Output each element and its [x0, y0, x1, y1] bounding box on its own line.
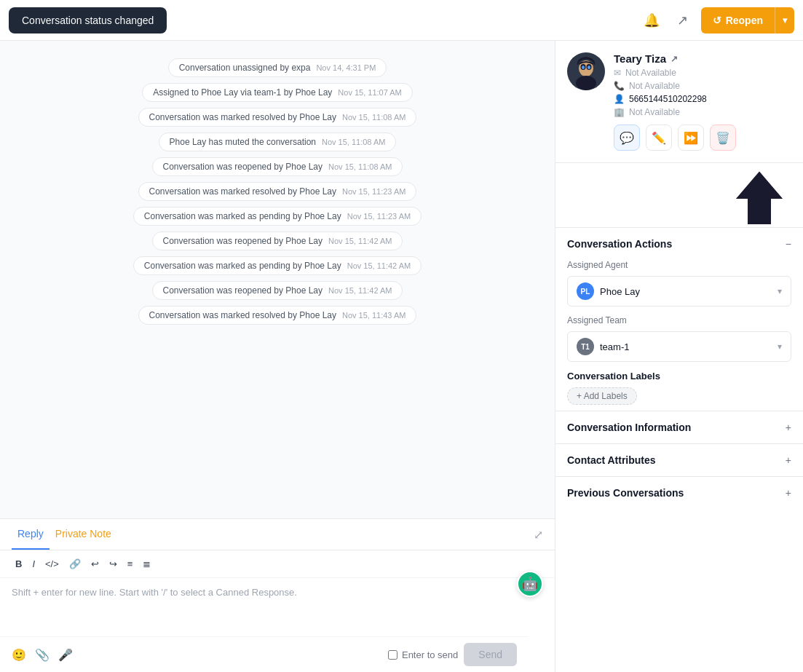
activity-item: Phoe Lay has muted the conversation Nov … [15, 133, 540, 151]
activity-text: Conversation was reopened by Phoe Lay [163, 285, 323, 296]
contact-email: ✉ Not Available [614, 68, 791, 78]
footer-left: 🙂 📎 🎤 [12, 648, 73, 662]
contact-info: Teary Tiza ↗ ✉ Not Available 📞 Not Avail… [614, 52, 791, 151]
activity-timestamp: Nov 15, 11:42 AM [328, 286, 392, 295]
share-icon[interactable]: ↗ [673, 8, 692, 33]
activity-item: Conversation unassigned by expa Nov 14, … [15, 58, 540, 77]
previous-conversations-title: Previous Conversations [567, 487, 684, 499]
conversation-actions-section: Conversation Actions − Assigned Agent PL… [555, 227, 803, 405]
bold-button[interactable]: B [12, 556, 25, 572]
activity-item: Conversation was marked as pending by Ph… [15, 207, 540, 226]
activity-bubble: Conversation was marked as pending by Ph… [133, 256, 422, 275]
conversation-actions-header[interactable]: Conversation Actions − [555, 228, 803, 260]
italic-button[interactable]: I [28, 556, 39, 572]
contact-section: Teary Tiza ↗ ✉ Not Available 📞 Not Avail… [555, 41, 803, 163]
activity-text: Conversation was marked resolved by Phoe… [149, 310, 336, 320]
previous-conversations-toggle[interactable]: + [786, 487, 791, 499]
right-panel: Teary Tiza ↗ ✉ Not Available 📞 Not Avail… [555, 41, 803, 672]
edit-action-button[interactable]: ✏️ [646, 124, 672, 151]
attachment-button[interactable]: 📎 [35, 648, 50, 662]
undo-button[interactable]: ↩ [87, 556, 103, 572]
reopen-icon: ↺ [713, 15, 721, 26]
reopen-button[interactable]: ↺ Reopen ▾ [701, 7, 794, 33]
reply-tabs: Reply Private Note ⤢ [0, 519, 555, 550]
activity-item: Conversation was reopened by Phoe Lay No… [15, 232, 540, 250]
emoji-button[interactable]: 🙂 [12, 648, 26, 662]
contact-attributes-header[interactable]: Contact Attributes + [555, 444, 803, 476]
svg-marker-7 [737, 173, 781, 224]
id-icon: 👤 [614, 94, 625, 104]
mute-icon[interactable]: 🔔 [639, 8, 664, 33]
activity-timestamp: Nov 15, 11:43 AM [342, 311, 406, 320]
assigned-team-label: Assigned Team [555, 315, 803, 331]
private-note-tab[interactable]: Private Note [50, 519, 117, 550]
conversation-information-title: Conversation Information [567, 422, 691, 433]
link-button[interactable]: 🔗 [66, 556, 84, 572]
reopen-chevron-icon[interactable]: ▾ [775, 8, 794, 33]
activity-timestamp: Nov 15, 11:08 AM [342, 113, 406, 122]
activity-text: Conversation was marked resolved by Phoe… [149, 186, 336, 197]
reply-tab[interactable]: Reply [12, 519, 50, 550]
editor-content[interactable]: Shift + enter for new line. Start with '… [0, 578, 555, 636]
activity-timestamp: Nov 15, 11:42 AM [328, 237, 392, 245]
conv-labels-title: Conversation Labels [567, 371, 791, 382]
conversation-information-header[interactable]: Conversation Information + [555, 411, 803, 443]
activity-item: Assigned to Phoe Lay via team-1 by Phoe … [15, 83, 540, 102]
unordered-list-button[interactable]: ≡ [124, 556, 137, 572]
code-button[interactable]: </> [41, 556, 63, 572]
send-button[interactable]: Send [464, 643, 517, 666]
external-link-icon[interactable]: ↗ [671, 54, 678, 64]
top-bar: Conversation status changed 🔔 ↗ ↺ Reopen… [0, 0, 803, 41]
audio-button[interactable]: 🎤 [58, 648, 73, 662]
team-avatar: T1 [577, 338, 594, 355]
activity-timestamp: Nov 15, 11:23 AM [342, 187, 406, 196]
activity-item: Conversation was marked resolved by Phoe… [15, 306, 540, 325]
contact-id: 👤 5665144510202298 [614, 94, 791, 104]
contact-attributes-section: Contact Attributes + [555, 443, 803, 476]
activity-text: Conversation was marked as pending by Ph… [144, 261, 341, 271]
activity-text: Conversation was reopened by Phoe Lay [163, 162, 323, 172]
company-icon: 🏢 [614, 107, 625, 117]
message-action-button[interactable]: 💬 [614, 124, 640, 151]
main-layout: Conversation unassigned by expa Nov 14, … [0, 41, 803, 672]
add-label-button[interactable]: + Add Labels [567, 387, 637, 405]
action-icons: 💬 ✏️ ⏩ 🗑️ [614, 124, 791, 151]
redo-button[interactable]: ↪ [106, 556, 121, 572]
contact-attributes-title: Contact Attributes [567, 454, 656, 466]
enter-to-send-checkbox[interactable]: Enter to send [388, 649, 458, 660]
delete-action-button[interactable]: 🗑️ [710, 124, 736, 151]
enter-to-send-input[interactable] [388, 650, 397, 660]
conversation-information-section: Conversation Information + [555, 411, 803, 443]
up-arrow-icon [730, 169, 788, 227]
activity-timestamp: Nov 15, 11:42 AM [347, 261, 411, 270]
activity-timestamp: Nov 14, 4:31 PM [316, 63, 376, 72]
activity-item: Conversation was reopened by Phoe Lay No… [15, 281, 540, 300]
activity-bubble: Assigned to Phoe Lay via team-1 by Phoe … [142, 83, 413, 102]
previous-conversations-header[interactable]: Previous Conversations + [555, 477, 803, 509]
activity-timestamp: Nov 15, 11:08 AM [328, 162, 392, 171]
forward-action-button[interactable]: ⏩ [678, 124, 704, 151]
avatar [567, 52, 605, 90]
editor-placeholder: Shift + enter for new line. Start with '… [12, 587, 297, 598]
contact-company: 🏢 Not Available [614, 107, 791, 117]
team-name: team-1 [600, 341, 629, 352]
assigned-team-dropdown[interactable]: T1 team-1 ▾ [567, 331, 791, 362]
activity-bubble: Conversation unassigned by expa Nov 14, … [168, 58, 387, 77]
contact-name: Teary Tiza ↗ [614, 52, 791, 65]
assigned-agent-dropdown[interactable]: PL Phoe Lay ▾ [567, 276, 791, 307]
activity-item: Conversation was reopened by Phoe Lay No… [15, 157, 540, 176]
conversation-information-toggle[interactable]: + [786, 422, 791, 433]
status-toast: Conversation status changed [9, 7, 167, 33]
arrow-indicator [555, 163, 803, 227]
ordered-list-button[interactable]: ≣ [139, 556, 154, 572]
reply-area: Reply Private Note ⤢ B I </> 🔗 ↩ ↪ ≡ ≣ S… [0, 518, 555, 672]
activity-bubble: Conversation was marked resolved by Phoe… [138, 108, 417, 127]
bot-icon[interactable]: 🤖 [517, 571, 543, 597]
activity-timestamp: Nov 15, 11:07 AM [338, 88, 401, 97]
expand-icon[interactable]: ⤢ [534, 528, 543, 542]
team-dropdown-chevron: ▾ [778, 341, 782, 352]
contact-attributes-toggle[interactable]: + [786, 454, 791, 466]
messages-area[interactable]: Conversation unassigned by expa Nov 14, … [0, 41, 555, 518]
reply-footer: 🙂 📎 🎤 Enter to send Send [0, 636, 529, 672]
conversation-actions-toggle[interactable]: − [786, 238, 791, 250]
